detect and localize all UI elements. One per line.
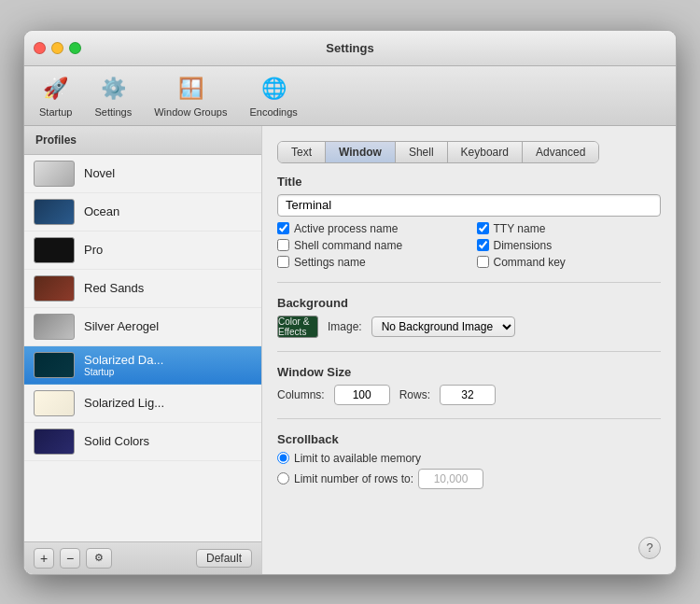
settings-label: Settings [94, 106, 132, 118]
profile-name-redsands: Red Sands [84, 281, 144, 295]
tab-text[interactable]: Text [278, 142, 326, 162]
startup-label: Startup [39, 106, 72, 118]
window-title: Settings [326, 41, 373, 55]
title-input[interactable] [277, 194, 661, 217]
tty-name-label: TTY name [494, 222, 546, 235]
background-image-select[interactable]: No Background Image [371, 316, 515, 337]
dimensions-label: Dimensions [494, 239, 553, 252]
background-row: Color & Effects Image: No Background Ima… [277, 316, 661, 338]
profile-thumb-silver [34, 314, 75, 340]
sidebar-title: Profiles [35, 133, 77, 147]
profile-thumb-solid [34, 428, 75, 455]
minimize-button[interactable] [51, 42, 63, 54]
command-key-checkbox[interactable] [477, 256, 489, 268]
settings-window: Settings 🚀 Startup ⚙️ Settings 🪟 Window … [23, 30, 677, 575]
toolbar-settings[interactable]: ⚙️ Settings [94, 74, 132, 118]
columns-input[interactable] [334, 385, 390, 405]
tty-name-checkbox[interactable] [477, 222, 489, 234]
profile-thumb-redsands [34, 275, 75, 302]
profile-name-ocean: Ocean [84, 204, 119, 218]
titlebar: Settings [24, 31, 676, 66]
window-size-section: Window Size Columns: Rows: [277, 365, 661, 405]
profile-name-solarized-li: Solarized Lig... [84, 396, 164, 410]
profile-thumb-solarized-da [34, 352, 75, 378]
toolbar-window-groups[interactable]: 🪟 Window Groups [154, 74, 227, 118]
profile-name-novel: Novel [84, 166, 115, 180]
sidebar: Profiles Novel Ocean [24, 126, 262, 574]
checkbox-active-process: Active process name [277, 222, 462, 235]
checkbox-shell-command: Shell command name [277, 239, 462, 252]
shell-command-label: Shell command name [294, 239, 402, 252]
checkbox-dimensions: Dimensions [477, 239, 662, 252]
image-label: Image: [328, 320, 362, 333]
scrollback-rows-input[interactable] [418, 469, 483, 489]
tab-shell[interactable]: Shell [396, 142, 448, 162]
help-button[interactable]: ? [638, 537, 661, 559]
divider-3 [277, 418, 661, 419]
settings-name-checkbox[interactable] [277, 256, 289, 268]
color-effects-button[interactable]: Color & Effects [277, 316, 318, 338]
profile-sub-solarized-da: Startup [84, 367, 163, 377]
sidebar-item-novel[interactable]: Novel [24, 155, 261, 193]
profile-name-solid: Solid Colors [84, 434, 149, 448]
window-size-label: Window Size [277, 365, 661, 379]
divider-2 [277, 351, 661, 352]
limit-memory-radio[interactable] [277, 452, 289, 464]
maximize-button[interactable] [69, 42, 81, 54]
profile-name-solarized-da: Solarized Da... [84, 353, 163, 367]
sidebar-item-redsands[interactable]: Red Sands [24, 270, 261, 308]
toolbar-startup[interactable]: 🚀 Startup [39, 74, 72, 118]
scrollback-label: Scrollback [277, 432, 661, 446]
background-section: Background Color & Effects Image: No Bac… [277, 296, 661, 338]
profile-name-silver: Silver Aerogel [84, 319, 159, 333]
radio-limit-memory: Limit to available memory [277, 452, 661, 465]
toolbar-encodings[interactable]: 🌐 Encodings [249, 74, 297, 118]
remove-profile-button[interactable]: − [60, 548, 80, 569]
add-profile-button[interactable]: + [34, 548, 54, 569]
columns-label: Columns: [277, 388, 325, 401]
sidebar-item-solarized-li[interactable]: Solarized Lig... [24, 385, 261, 423]
startup-icon: 🚀 [41, 74, 71, 104]
profile-name-pro: Pro [84, 243, 103, 257]
default-button[interactable]: Default [196, 549, 252, 568]
rows-input[interactable] [440, 385, 496, 405]
tab-keyboard[interactable]: Keyboard [448, 142, 523, 162]
help-area: ? [277, 537, 661, 559]
title-checkboxes: Active process name TTY name Shell comma… [277, 222, 661, 269]
window-groups-label: Window Groups [154, 106, 227, 118]
active-process-checkbox[interactable] [277, 222, 289, 234]
close-button[interactable] [34, 42, 46, 54]
divider-1 [277, 282, 661, 283]
title-section: Title Active process name TTY name Shell… [277, 175, 661, 269]
tab-advanced[interactable]: Advanced [523, 142, 598, 162]
size-row: Columns: Rows: [277, 385, 661, 405]
sidebar-item-solarized-da[interactable]: Solarized Da... Startup [24, 346, 261, 385]
active-process-label: Active process name [294, 222, 398, 235]
toolbar: 🚀 Startup ⚙️ Settings 🪟 Window Groups 🌐 … [24, 66, 676, 126]
main-panel: Text Window Shell Keyboard Advanced Titl… [262, 126, 676, 574]
encodings-label: Encodings [249, 106, 297, 118]
profile-thumb-ocean [34, 199, 75, 225]
settings-icon: ⚙️ [98, 74, 128, 104]
tab-window[interactable]: Window [326, 142, 396, 162]
sidebar-header: Profiles [24, 126, 261, 155]
limit-rows-label: Limit number of rows to: [294, 472, 413, 485]
rows-label: Rows: [399, 388, 430, 401]
sidebar-item-silver[interactable]: Silver Aerogel [24, 308, 261, 346]
sidebar-item-solid[interactable]: Solid Colors [24, 423, 261, 461]
dimensions-checkbox[interactable] [477, 239, 489, 251]
encodings-icon: 🌐 [259, 74, 288, 104]
checkbox-settings-name: Settings name [277, 256, 462, 269]
sidebar-item-pro[interactable]: Pro [24, 232, 261, 270]
content-area: Profiles Novel Ocean [24, 126, 676, 574]
profile-thumb-solarized-li [34, 390, 75, 416]
sidebar-footer: + − ⚙ Default [24, 541, 261, 574]
shell-command-checkbox[interactable] [277, 239, 289, 251]
sidebar-item-ocean[interactable]: Ocean [24, 193, 261, 232]
gear-menu-button[interactable]: ⚙ [86, 548, 112, 569]
profile-thumb-pro [34, 237, 75, 263]
profile-thumb-novel [34, 161, 75, 187]
profile-list: Novel Ocean Pro [24, 155, 261, 541]
limit-rows-radio[interactable] [277, 472, 289, 485]
traffic-lights [34, 42, 81, 54]
